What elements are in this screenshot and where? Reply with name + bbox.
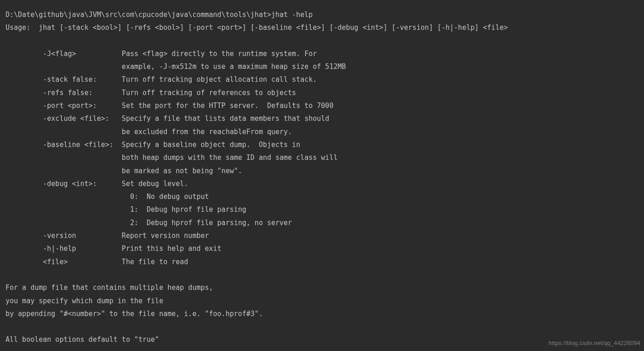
prompt: D:\Date\github\java\JVM\src\com\cpucode\… — [6, 11, 271, 19]
prompt-line: D:\Date\github\java\JVM\src\com\cpucode\… — [6, 11, 313, 19]
footer-block: For a dump file that contains multiple h… — [6, 283, 263, 344]
options-block: -J<flag> Pass <flag> directly to the run… — [6, 50, 346, 266]
terminal-output: D:\Date\github\java\JVM\src\com\cpucode\… — [0, 0, 644, 351]
usage-line: Usage: jhat [-stack <bool>] [-refs <bool… — [6, 23, 508, 32]
command-text: jhat -help — [271, 11, 313, 19]
watermark-text: https://blog.csdn.net/qq_44226094 — [549, 340, 641, 346]
